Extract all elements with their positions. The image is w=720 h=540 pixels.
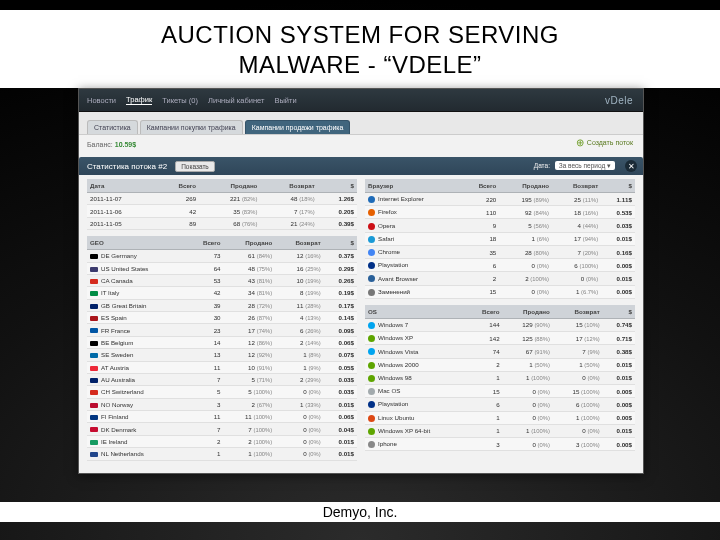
value-cell: 0.71$ bbox=[603, 332, 635, 345]
value-cell: 7 (9%) bbox=[553, 345, 603, 358]
name-cell: Playstation bbox=[365, 398, 467, 411]
nav-item[interactable]: Трафик bbox=[126, 95, 152, 105]
table-row: CA Canada5343 (81%)10 (19%)0.26$ bbox=[87, 274, 357, 286]
tab-buy[interactable]: Кампании покупки трафика bbox=[140, 120, 243, 134]
value-cell: 5 (71%) bbox=[224, 373, 276, 385]
value-cell: 9 bbox=[462, 219, 499, 232]
name-cell: Windows 2000 bbox=[365, 358, 467, 371]
value-cell: 42 bbox=[156, 205, 199, 217]
value-cell: 43 (81%) bbox=[224, 274, 276, 286]
value-cell: 1 (8%) bbox=[275, 349, 324, 361]
table-row: NL Netherlands11 (100%)0 (0%)0.01$ bbox=[87, 448, 357, 460]
app-icon bbox=[368, 236, 375, 243]
close-icon[interactable]: ✕ bbox=[625, 160, 637, 172]
table-row: Firefox11092 (84%)18 (16%)0.53$ bbox=[365, 206, 635, 219]
value-cell: 0.01$ bbox=[324, 398, 357, 410]
value-cell: 0.03$ bbox=[601, 219, 635, 232]
value-cell: 0.14$ bbox=[324, 312, 357, 324]
value-cell: 68 (76%) bbox=[199, 217, 260, 229]
value-cell: 0 (0%) bbox=[553, 424, 603, 437]
tab-sell[interactable]: Кампании продажи трафика bbox=[245, 120, 351, 134]
tab-stats[interactable]: Статистика bbox=[87, 120, 138, 134]
brand-logo: vDele bbox=[605, 95, 633, 106]
value-cell: 48 (75%) bbox=[224, 262, 276, 274]
flag-icon bbox=[90, 366, 98, 371]
app-icon bbox=[368, 335, 375, 342]
flag-icon bbox=[90, 353, 98, 358]
value-cell: 26 (87%) bbox=[224, 312, 276, 324]
stats-title: Статистика потока #2 bbox=[87, 162, 167, 171]
flag-icon bbox=[90, 378, 98, 383]
name-cell: Mac OS bbox=[365, 385, 467, 398]
table-row: Windows XP142125 (88%)17 (12%)0.71$ bbox=[365, 332, 635, 345]
show-button[interactable]: Показать bbox=[175, 161, 215, 172]
table-row: Safari181 (6%)17 (94%)0.01$ bbox=[365, 232, 635, 245]
flag-icon bbox=[90, 279, 98, 284]
value-cell: 5 (100%) bbox=[224, 386, 276, 398]
value-cell: 0.00$ bbox=[603, 411, 635, 424]
value-cell: 6 bbox=[462, 259, 499, 272]
col-header: OS bbox=[365, 305, 467, 319]
value-cell: 0.74$ bbox=[603, 318, 635, 331]
value-cell: 2 bbox=[462, 272, 499, 285]
table-row: Заменений150 (0%)1 (6.7%)0.00$ bbox=[365, 285, 635, 298]
col-header: Дата bbox=[87, 179, 156, 193]
col-header: Всего bbox=[187, 236, 224, 250]
table-row: 2011-11-07269221 (82%)48 (18%)1.26$ bbox=[87, 193, 357, 205]
value-cell: 0 (0%) bbox=[275, 435, 324, 447]
name-cell: Windows XP bbox=[365, 332, 467, 345]
value-cell: 89 bbox=[156, 217, 199, 229]
value-cell: 15 bbox=[467, 385, 502, 398]
table-row: Chrome3528 (80%)7 (20%)0.16$ bbox=[365, 245, 635, 258]
balance-label: Баланс: 10.59$ bbox=[87, 141, 136, 148]
name-cell: Opera bbox=[365, 219, 462, 232]
flag-icon bbox=[90, 291, 98, 296]
value-cell: 0.05$ bbox=[324, 361, 357, 373]
value-cell: 13 bbox=[187, 349, 224, 361]
value-cell: 0.26$ bbox=[324, 274, 357, 286]
value-cell: 1 bbox=[187, 448, 224, 460]
value-cell: 1 (100%) bbox=[553, 411, 603, 424]
name-cell: IE Ireland bbox=[87, 435, 187, 447]
create-stream-link[interactable]: ⊕ Создать поток bbox=[576, 137, 633, 148]
name-cell: Windows Vista bbox=[365, 345, 467, 358]
table-row: AT Austria1110 (91%)1 (9%)0.05$ bbox=[87, 361, 357, 373]
date-select[interactable]: За весь период ▾ bbox=[555, 161, 615, 170]
nav-item[interactable]: Выйти bbox=[274, 96, 296, 105]
value-cell: 110 bbox=[462, 206, 499, 219]
app-icon bbox=[368, 441, 375, 448]
value-cell: 0.01$ bbox=[601, 232, 635, 245]
value-cell: 0.07$ bbox=[324, 349, 357, 361]
value-cell: 2 bbox=[187, 435, 224, 447]
name-cell: FR France bbox=[87, 324, 187, 336]
value-cell: 7 bbox=[187, 423, 224, 435]
slide-title: AUCTION SYSTEM FOR SERVING MALWARE - “VD… bbox=[0, 10, 720, 88]
name-cell: IT Italy bbox=[87, 287, 187, 299]
value-cell: 0.29$ bbox=[324, 262, 357, 274]
nav-item[interactable]: Личный кабинет bbox=[208, 96, 264, 105]
geo-table: GEOВсегоПроданоВозврат$ DE Germany7361 (… bbox=[87, 236, 357, 460]
value-cell: 11 (28%) bbox=[275, 299, 324, 311]
flag-icon bbox=[90, 390, 98, 395]
value-cell: 1 (100%) bbox=[503, 424, 553, 437]
right-column: БраузерВсегоПроданоВозврат$ Internet Exp… bbox=[365, 179, 635, 461]
value-cell: 0 (0%) bbox=[499, 285, 552, 298]
table-row: US United States6448 (75%)16 (25%)0.29$ bbox=[87, 262, 357, 274]
nav-item[interactable]: Тикеты (0) bbox=[162, 96, 198, 105]
col-header: Возврат bbox=[552, 179, 601, 193]
value-cell: 15 bbox=[462, 285, 499, 298]
table-row: Windows 200021 (50%)1 (50%)0.01$ bbox=[365, 358, 635, 371]
name-cell: Заменений bbox=[365, 285, 462, 298]
value-cell: 3 bbox=[467, 437, 502, 450]
name-cell: CH Switzerland bbox=[87, 386, 187, 398]
value-cell: 0.06$ bbox=[324, 411, 357, 423]
flag-icon bbox=[90, 254, 98, 259]
value-cell: 10 (19%) bbox=[275, 274, 324, 286]
value-cell: 18 (16%) bbox=[552, 206, 601, 219]
value-cell: 48 (18%) bbox=[260, 193, 317, 205]
value-cell: 17 (94%) bbox=[552, 232, 601, 245]
name-cell: NO Norway bbox=[87, 398, 187, 410]
nav-item[interactable]: Новости bbox=[87, 96, 116, 105]
value-cell: 15 (10%) bbox=[553, 318, 603, 331]
value-cell: 0 (0%) bbox=[499, 259, 552, 272]
